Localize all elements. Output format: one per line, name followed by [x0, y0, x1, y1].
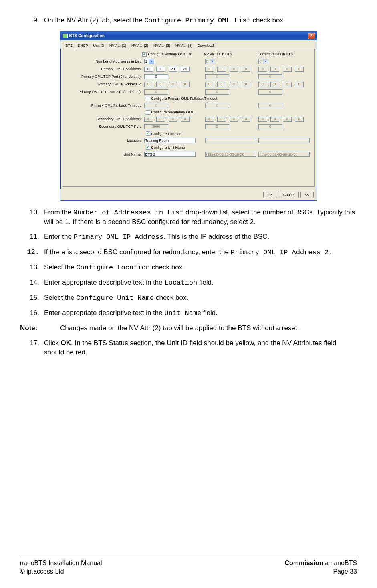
tab-download[interactable]: Download	[195, 42, 216, 49]
tab-panel: Configure Primary OML List NV values in …	[63, 49, 315, 187]
window-icon	[63, 34, 68, 38]
tab-nvattr3[interactable]: NV Attr (3)	[151, 42, 173, 49]
tab-nvattr1[interactable]: NV Attr (1)	[107, 42, 129, 49]
cancel-button[interactable]: Cancel	[279, 192, 299, 198]
footer-section: Commission a nanoBTS	[284, 559, 357, 568]
configure-primary-oml-checkbox[interactable]	[142, 52, 147, 57]
screenshot-wrapper: BTS Configuration X BTS DHCP Unit ID NV …	[20, 31, 357, 201]
close-icon[interactable]: X	[308, 33, 315, 39]
step-13: 13. Select the Configure Location check …	[20, 263, 357, 273]
step-body: On the NV Attr (2) tab, select the Confi…	[44, 16, 357, 26]
configure-location-checkbox[interactable]	[146, 131, 150, 136]
row-primary-ip: Primary OML IP Address: 10. 1. 20. 20 0.…	[66, 66, 312, 72]
footer-page: Page 33	[284, 567, 357, 576]
row-primary-port2: Primary OML TCP Port 2 (0 for default): …	[66, 89, 312, 95]
instruction-list-cont2: 17. Click OK. In the BTS Status section,…	[20, 339, 357, 357]
row-fallback: Primary OML Fallback Timeout: 0 0 0	[66, 102, 312, 109]
back-button[interactable]: <<	[300, 192, 314, 198]
instruction-list: 9. On the NV Attr (2) tab, select the Co…	[20, 16, 357, 26]
row-primary-ip2: Primary OML IP Address 2: 0. 0. 0. 0 0. …	[66, 81, 312, 87]
tab-dhcp[interactable]: DHCP	[75, 42, 91, 49]
row-secondary-ip: Secondary OML IP Address: 0. 0. 0. 0 0. …	[66, 116, 312, 123]
step-11: 11. Enter the Primary OML IP Address. Th…	[20, 232, 357, 242]
row-unitname: Unit Name: BTS 2 nbts-00-02-95-00-10-50 …	[66, 151, 312, 158]
row-num-addresses: Number of Addresses in List: 1 0 0	[66, 58, 312, 65]
footer-copyright: © ip.access Ltd	[20, 567, 102, 576]
unitname-input[interactable]: BTS 2	[144, 152, 196, 157]
row-chk-fallback: Configure Primary OML Fallback Timeout	[146, 96, 312, 101]
ok-button[interactable]: OK	[263, 192, 277, 198]
button-bar: OK Cancel <<	[60, 189, 317, 200]
step-10: 10. From the Number of Addresses in List…	[20, 208, 357, 227]
note-label: Note:	[20, 324, 60, 333]
tab-unitid[interactable]: Unit ID	[91, 42, 107, 49]
chevron-down-icon	[263, 59, 268, 64]
row-primary-port: Primary OML TCP Port (0 for default): 0 …	[66, 73, 312, 80]
configure-secondary-checkbox[interactable]	[146, 110, 150, 115]
instruction-list-cont: 10. From the Number of Addresses in List…	[20, 208, 357, 318]
ip1-a[interactable]: 10	[144, 67, 153, 72]
ip1-d[interactable]: 20	[181, 67, 190, 72]
bts-config-window: BTS Configuration X BTS DHCP Unit ID NV …	[60, 31, 317, 201]
row-location: Location: Training Room	[66, 137, 312, 144]
configure-unitname-checkbox[interactable]	[146, 145, 150, 150]
col-nv: NV values in BTS	[204, 52, 258, 57]
tab-nvattr2[interactable]: NV Attr (2)	[129, 42, 151, 49]
row-chk-secondary: Configure Secondary OML	[146, 110, 312, 115]
title-bar: BTS Configuration X	[60, 32, 317, 40]
page-footer: nanoBTS Installation Manual © ip.access …	[20, 557, 357, 576]
configure-fallback-checkbox[interactable]	[146, 97, 150, 101]
location-input[interactable]: Training Room	[144, 138, 196, 143]
footer-manual: nanoBTS Installation Manual	[20, 559, 102, 568]
step-17: 17. Click OK. In the BTS Status section,…	[20, 339, 357, 357]
step-number: 9.	[20, 16, 44, 26]
step-15: 15. Select the Configure Unit Name check…	[20, 293, 357, 303]
chevron-down-icon	[210, 59, 215, 64]
num-addresses-select[interactable]: 1	[144, 59, 155, 64]
row-chk-unitname: Configure Unit Name	[146, 145, 312, 150]
step-9: 9. On the NV Attr (2) tab, select the Co…	[20, 16, 357, 26]
row-secondary-port: Secondary OML TCP Port: 3006 0 0	[66, 124, 312, 130]
step-14: 14. Enter appropriate descriptive text i…	[20, 278, 357, 288]
tab-strip: BTS DHCP Unit ID NV Attr (1) NV Attr (2)…	[60, 40, 317, 49]
note-body: Changes made on the NV Attr (2) tab will…	[60, 324, 357, 333]
column-headers: Configure Primary OML List NV values in …	[66, 52, 312, 57]
step-12: 12. If there is a second BSC configured …	[20, 248, 357, 257]
step-16: 16. Enter appropriate descriptive text i…	[20, 309, 357, 318]
note: Note: Changes made on the NV Attr (2) ta…	[20, 324, 357, 333]
tab-bts[interactable]: BTS	[63, 42, 76, 49]
col-cur: Current values in BTS	[258, 52, 311, 57]
row-chk-location: Configure Location	[146, 131, 312, 136]
tab-nvattr4[interactable]: NV Attr (4)	[173, 42, 195, 49]
ip1-c[interactable]: 20	[169, 67, 177, 72]
chevron-down-icon	[149, 59, 154, 64]
ip1-b[interactable]: 1	[156, 67, 165, 72]
window-title: BTS Configuration	[69, 33, 105, 39]
port1-input[interactable]: 0	[144, 74, 168, 79]
